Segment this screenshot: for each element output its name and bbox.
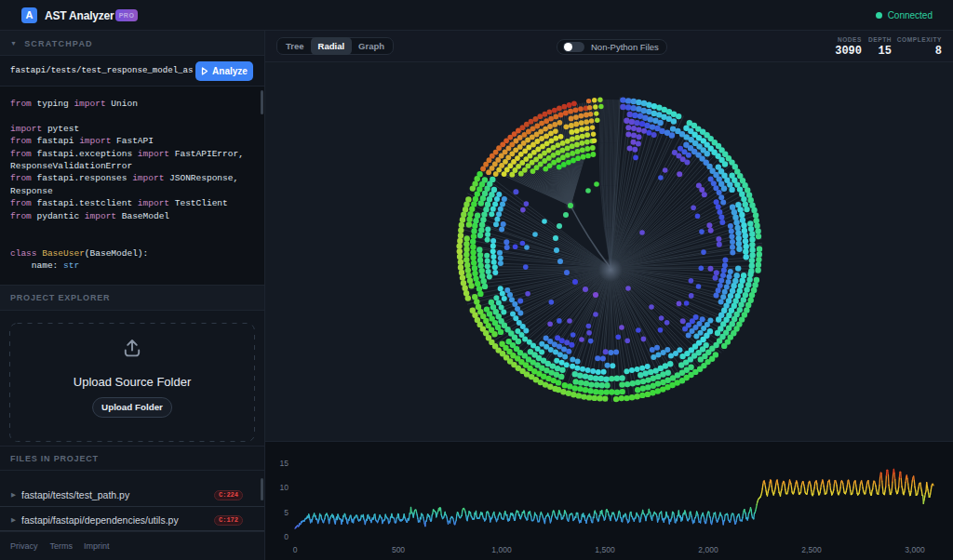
svg-text:1,500: 1,500 [595,545,615,554]
svg-text:0: 0 [293,545,298,554]
svg-text:1,000: 1,000 [491,545,512,554]
svg-text:15: 15 [280,459,289,468]
svg-text:2,000: 2,000 [698,545,718,554]
svg-text:2,500: 2,500 [801,545,822,554]
svg-text:0: 0 [284,532,289,541]
svg-text:10: 10 [280,483,289,492]
svg-text:3,000: 3,000 [905,545,925,554]
svg-text:500: 500 [392,545,405,554]
svg-text:5: 5 [284,508,289,517]
